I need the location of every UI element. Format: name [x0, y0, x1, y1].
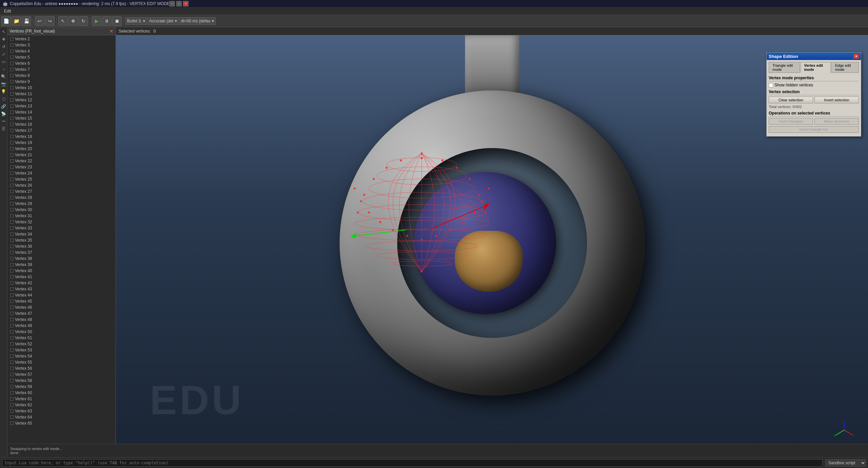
vertex-item[interactable]: Vertex 26	[7, 182, 116, 188]
side-cursor[interactable]: ↖	[0, 28, 7, 35]
vertex-checkbox[interactable]	[10, 385, 14, 388]
vertex-checkbox[interactable]	[10, 80, 14, 83]
vertex-item[interactable]: Vertex 29	[7, 201, 116, 207]
vertex-checkbox[interactable]	[10, 336, 14, 340]
vertex-checkbox[interactable]	[10, 306, 14, 309]
vertex-item[interactable]: Vertex 43	[7, 286, 116, 292]
toolbar-new[interactable]: 📄	[1, 16, 11, 26]
vertex-checkbox[interactable]	[10, 330, 14, 333]
close-button[interactable]: ✕	[183, 1, 188, 6]
side-magnify[interactable]: 🔍	[0, 73, 7, 80]
minimize-button[interactable]: ─	[169, 1, 175, 6]
clear-selection-button[interactable]: Clear selection	[769, 97, 813, 103]
toolbar-rotate[interactable]: ↻	[79, 16, 88, 26]
vertex-item[interactable]: Vertex 19	[7, 140, 116, 146]
vertex-checkbox[interactable]	[10, 263, 14, 266]
vertex-checkbox[interactable]	[10, 318, 14, 321]
vertex-checkbox[interactable]	[10, 190, 14, 193]
side-camera[interactable]: 📷	[0, 81, 7, 87]
vertex-checkbox[interactable]	[10, 379, 14, 382]
vertex-checkbox[interactable]	[10, 342, 14, 346]
vertex-item[interactable]: Vertex 2	[7, 36, 116, 42]
vertex-item[interactable]: Vertex 65	[7, 420, 116, 426]
vertex-item[interactable]: Vertex 15	[7, 115, 116, 121]
toolbar-play[interactable]: ▶	[92, 16, 101, 26]
vertex-checkbox[interactable]	[10, 208, 14, 211]
vertex-item[interactable]: Vertex 18	[7, 134, 116, 140]
side-scale[interactable]: ⤢	[0, 51, 7, 58]
vertex-item[interactable]: Vertex 10	[7, 85, 116, 91]
vertex-item[interactable]: Vertex 9	[7, 79, 116, 85]
vertex-checkbox[interactable]	[10, 68, 14, 71]
bullet-dropdown[interactable]: Bullet 3. ▾	[125, 17, 147, 25]
vertex-checkbox[interactable]	[10, 232, 14, 236]
toolbar-stop[interactable]: ⏹	[112, 16, 122, 26]
vertex-checkbox[interactable]	[10, 281, 14, 285]
vertex-checkbox[interactable]	[10, 62, 14, 65]
vertex-checkbox[interactable]	[10, 257, 14, 260]
vertex-item[interactable]: Vertex 28	[7, 195, 116, 201]
vertex-checkbox[interactable]	[10, 324, 14, 327]
vertex-checkbox[interactable]	[10, 117, 14, 120]
vertex-checkbox[interactable]	[10, 92, 14, 96]
vertex-item[interactable]: Vertex 33	[7, 225, 116, 231]
vertex-checkbox[interactable]	[10, 354, 14, 358]
insert-triangles-button[interactable]: Insert triangles	[769, 118, 813, 125]
vertex-item[interactable]: Vertex 60	[7, 390, 116, 396]
vertex-item[interactable]: Vertex 46	[7, 304, 116, 310]
tab-vertex-edit[interactable]: Vertex edit mode	[801, 62, 831, 73]
vertex-checkbox[interactable]	[10, 348, 14, 352]
vertex-checkbox[interactable]	[10, 251, 14, 254]
tab-triangle-edit[interactable]: Triangle edit mode	[769, 62, 800, 73]
toolbar-redo[interactable]: ↪	[45, 16, 55, 26]
vertex-item[interactable]: Vertex 37	[7, 249, 116, 256]
vertex-checkbox[interactable]	[10, 300, 14, 303]
vertex-checkbox[interactable]	[10, 43, 14, 47]
vertex-checkbox[interactable]	[10, 220, 14, 224]
vertex-item[interactable]: Vertex 25	[7, 176, 116, 182]
vertex-checkbox[interactable]	[10, 373, 14, 376]
vertex-checkbox[interactable]	[10, 110, 14, 114]
vertex-item[interactable]: Vertex 64	[7, 414, 116, 420]
vertex-item[interactable]: Vertex 59	[7, 384, 116, 390]
maximize-button[interactable]: □	[176, 1, 182, 6]
vertex-item[interactable]: Vertex 41	[7, 274, 116, 280]
vertex-checkbox[interactable]	[10, 86, 14, 89]
vertex-checkbox[interactable]	[10, 178, 14, 181]
vertex-item[interactable]: Vertex 30	[7, 207, 116, 213]
vertex-item[interactable]: Vertex 21	[7, 152, 116, 158]
vertex-item[interactable]: Vertex 53	[7, 347, 116, 353]
vertex-item[interactable]: Vertex 34	[7, 231, 116, 237]
side-light[interactable]: 💡	[0, 88, 7, 95]
vertex-checkbox[interactable]	[10, 275, 14, 279]
side-paths[interactable]: 〜	[0, 118, 7, 125]
vertex-item[interactable]: Vertex 16	[7, 121, 116, 127]
vertex-item[interactable]: Vertex 38	[7, 256, 116, 262]
vertex-checkbox[interactable]	[10, 196, 14, 199]
vertex-checkbox[interactable]	[10, 123, 14, 126]
vertex-checkbox[interactable]	[10, 269, 14, 272]
side-joints[interactable]: 🔗	[0, 103, 7, 110]
vertex-checkbox[interactable]	[10, 165, 14, 169]
vertex-item[interactable]: Vertex 47	[7, 310, 116, 317]
toolbar-move[interactable]: ✥	[68, 16, 78, 26]
tab-edge-edit[interactable]: Edge edit mode	[831, 62, 859, 73]
vertex-checkbox[interactable]	[10, 56, 14, 59]
vertex-checkbox[interactable]	[10, 312, 14, 315]
vertex-item[interactable]: Vertex 39	[7, 262, 116, 268]
vertex-checkbox[interactable]	[10, 361, 14, 364]
vertex-checkbox[interactable]	[10, 214, 14, 218]
vertex-checkbox[interactable]	[10, 135, 14, 138]
side-rotate[interactable]: ↺	[0, 43, 7, 50]
vertex-checkbox[interactable]	[10, 159, 14, 163]
side-move[interactable]: ✥	[0, 36, 7, 43]
vertex-checkbox[interactable]	[10, 293, 14, 297]
vertex-item[interactable]: Vertex 49	[7, 323, 116, 329]
shape-edition-close[interactable]: ✕	[853, 54, 859, 59]
show-hidden-vertices-checkbox[interactable]	[769, 83, 773, 87]
vertex-item[interactable]: Vertex 50	[7, 329, 116, 335]
vertex-item[interactable]: Vertex 20	[7, 146, 116, 152]
vertex-item[interactable]: Vertex 11	[7, 91, 116, 97]
vertex-item[interactable]: Vertex 17	[7, 127, 116, 134]
vertex-checkbox[interactable]	[10, 391, 14, 394]
